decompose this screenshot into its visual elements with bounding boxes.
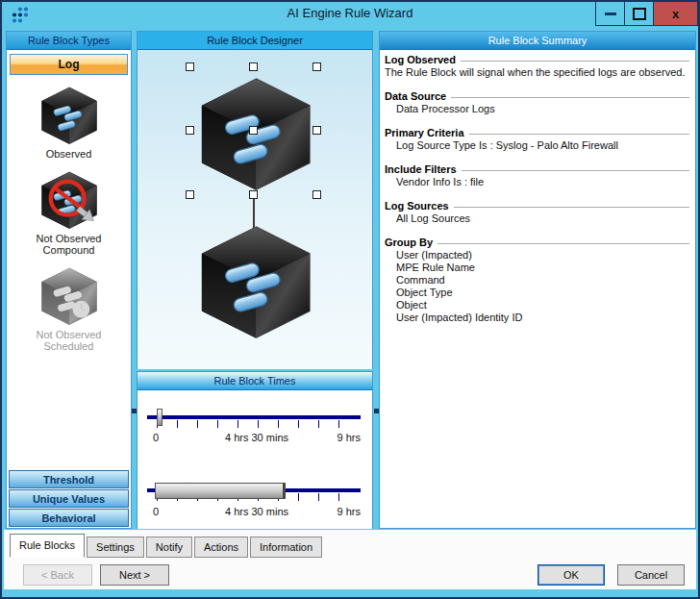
window-title: AI Engine Rule Wizard <box>2 6 698 20</box>
slider-label-min: 0 <box>147 506 222 517</box>
range-slider-bar[interactable] <box>155 483 286 499</box>
summary-line: User (Impacted) <box>385 249 689 262</box>
summary-section: Data SourceData Processor Logs <box>385 90 689 115</box>
selection-handle[interactable] <box>186 126 194 135</box>
summary-section-title: Log Observed <box>385 54 456 66</box>
tab-settings[interactable]: Settings <box>87 537 144 558</box>
unique-values-category-button[interactable]: Unique Values <box>9 489 129 508</box>
title-bar: AI Engine Rule Wizard x <box>2 2 698 27</box>
rule-block-summary-panel: Rule Block Summary Log ObservedThe Rule … <box>379 31 696 529</box>
type-label: Observed <box>16 148 122 160</box>
summary-section-title: Include Filters <box>385 163 457 176</box>
selection-handle[interactable] <box>186 62 194 71</box>
rule-block-summary-header: Rule Block Summary <box>380 32 695 50</box>
summary-section: Log SourcesAll Log Sources <box>385 200 689 225</box>
category-button-stack: Threshold Unique Values Behavioral <box>9 469 129 527</box>
summary-line: All Log Sources <box>385 212 689 225</box>
cancel-button[interactable]: Cancel <box>617 564 685 586</box>
times-body: 0 4 hrs 30 mins 9 hrs 0 4 hrs 30 mins 9 … <box>138 390 372 529</box>
summary-line: User (Impacted) Identity ID <box>385 312 689 324</box>
summary-section-title: Log Sources <box>385 200 449 212</box>
section-divider-line <box>462 170 689 171</box>
log-category-button[interactable]: Log <box>10 54 128 75</box>
behavioral-category-button[interactable]: Behavioral <box>9 509 129 527</box>
range-slider-labels: 0 4 hrs 30 mins 9 hrs <box>147 506 361 517</box>
tab-information[interactable]: Information <box>250 537 322 558</box>
time-slider-thumb[interactable] <box>157 409 162 426</box>
minimize-button[interactable] <box>596 2 625 25</box>
time-slider-track[interactable] <box>147 415 361 419</box>
maximize-button[interactable] <box>625 2 654 25</box>
slider-label-min: 0 <box>147 432 222 443</box>
summary-line: Object <box>385 299 689 312</box>
time-slider-ticks <box>157 420 359 428</box>
summary-line: Data Processor Logs <box>385 103 689 115</box>
bottom-strip: Rule BlocksSettingsNotifyActionsInformat… <box>4 530 696 589</box>
slider-label-max: 9 hrs <box>291 432 361 443</box>
rule-block-types-panel: Rule Block Types Log Observed Not Observ… <box>6 31 132 529</box>
type-item-observed[interactable]: Observed <box>16 86 122 160</box>
rule-block-times-panel: Rule Block Times 0 4 hrs 30 mins 9 hrs 0… <box>137 371 373 529</box>
not-observed-scheduled-icon <box>39 266 99 326</box>
type-item-not-observed-compound[interactable]: Not Observed Compound <box>16 170 122 256</box>
summary-line: Object Type <box>385 287 689 299</box>
section-divider-line <box>469 134 689 135</box>
rule-block-times-header: Rule Block Times <box>138 372 372 390</box>
summary-line: The Rule Block will signal when the spec… <box>385 66 689 79</box>
summary-line: Vendor Info Is : file <box>385 176 689 188</box>
summary-body: Log ObservedThe Rule Block will signal w… <box>380 50 695 324</box>
summary-section: Primary CriteriaLog Source Type Is : Sys… <box>385 127 689 152</box>
tab-bar: Rule BlocksSettingsNotifyActionsInformat… <box>10 534 324 558</box>
threshold-category-button[interactable]: Threshold <box>9 470 129 488</box>
window-controls: x <box>595 2 698 26</box>
summary-section: Group ByUser (Impacted)MPE Rule NameComm… <box>385 237 689 324</box>
section-divider-line <box>461 61 689 62</box>
section-divider-line <box>451 97 689 98</box>
selection-handle[interactable] <box>249 126 258 135</box>
selection-handle[interactable] <box>312 62 321 71</box>
tab-notify[interactable]: Notify <box>146 537 192 558</box>
rule-block-designer-panel: Rule Block Designer <box>137 31 373 369</box>
rule-block-type-list: Observed Not Observed Compound Not Obser… <box>7 75 131 352</box>
summary-section-title: Data Source <box>385 90 446 103</box>
time-slider-labels: 0 4 hrs 30 mins 9 hrs <box>147 432 361 443</box>
summary-line: Log Source Type Is : Syslog - Palo Alto … <box>385 139 689 152</box>
tab-actions[interactable]: Actions <box>194 537 248 558</box>
observed-cube-icon <box>39 86 99 145</box>
minimize-icon <box>605 12 616 15</box>
rule-block-designer-header: Rule Block Designer <box>138 32 372 50</box>
slider-label-max: 9 hrs <box>291 506 361 517</box>
selection-handle[interactable] <box>312 190 321 199</box>
summary-section: Include FiltersVendor Info Is : file <box>385 163 689 188</box>
designer-canvas[interactable] <box>138 50 372 369</box>
summary-line: MPE Rule Name <box>385 262 689 274</box>
selection-handle[interactable] <box>186 190 194 199</box>
section-divider-line <box>454 207 689 208</box>
rule-block-types-header: Rule Block Types <box>7 32 131 50</box>
slider-label-mid: 4 hrs 30 mins <box>222 432 291 443</box>
selection-handle[interactable] <box>249 62 258 71</box>
tab-rule-blocks[interactable]: Rule Blocks <box>10 534 85 558</box>
summary-section-title: Group By <box>385 237 433 249</box>
type-label: Not Observed Compound <box>16 233 122 256</box>
rule-block-cube[interactable] <box>193 223 318 340</box>
selection-handle[interactable] <box>249 190 258 199</box>
wizard-window: AI Engine Rule Wizard x Rule Block Types… <box>0 0 700 599</box>
type-label: Not Observed Scheduled <box>16 329 122 352</box>
next-button[interactable]: Next > <box>100 564 169 586</box>
summary-section: Log ObservedThe Rule Block will signal w… <box>385 54 689 79</box>
back-button[interactable]: < Back <box>23 564 92 586</box>
not-observed-compound-icon <box>39 170 99 230</box>
selection-handle[interactable] <box>312 126 321 135</box>
ok-button[interactable]: OK <box>538 564 605 586</box>
section-divider-line <box>438 243 689 244</box>
summary-section-title: Primary Criteria <box>385 127 464 139</box>
close-button[interactable]: x <box>654 2 698 25</box>
summary-line: Command <box>385 274 689 287</box>
slider-label-mid: 4 hrs 30 mins <box>222 506 291 517</box>
type-item-not-observed-scheduled: Not Observed Scheduled <box>16 266 122 352</box>
maximize-icon <box>633 8 646 20</box>
